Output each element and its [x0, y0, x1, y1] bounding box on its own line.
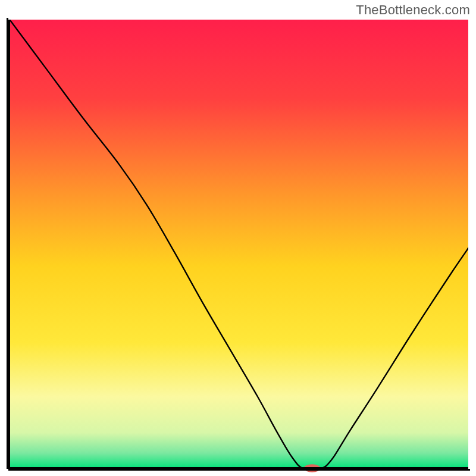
chart-canvas	[0, 0, 476, 476]
plot-background	[8, 18, 470, 469]
attribution-label: TheBottleneck.com	[356, 2, 470, 18]
bottleneck-chart: TheBottleneck.com	[0, 0, 476, 476]
